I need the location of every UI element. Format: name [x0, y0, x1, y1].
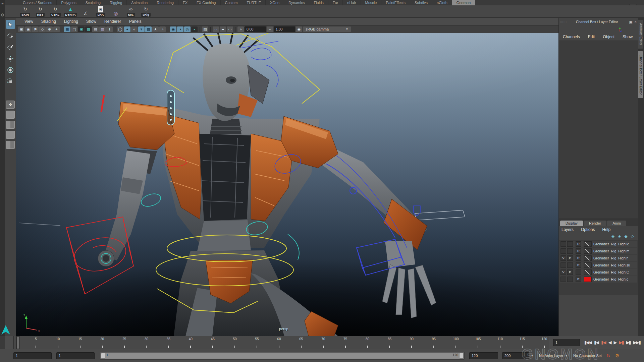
move-tool[interactable] [6, 54, 15, 63]
image-plane-icon[interactable]: ◇ [39, 26, 46, 32]
layer-color-swatch[interactable] [584, 248, 592, 254]
layer-color-swatch[interactable] [584, 255, 592, 261]
step-back-frame-button[interactable]: ▮◀ [593, 336, 599, 349]
layer-tab-anim[interactable]: Anim [607, 221, 626, 226]
shelf-tab-fx-caching[interactable]: FX Caching [192, 0, 220, 5]
character-set-dropdown[interactable]: No Character Set [573, 354, 602, 358]
isolate-select-icon[interactable]: ◉ [170, 26, 176, 32]
layer-row[interactable]: RGrenadier_Rig_High:m [559, 248, 637, 254]
shelf-button-ctrl[interactable]: ↻CTRL [49, 6, 62, 17]
panel-menu-view[interactable]: View [21, 19, 37, 24]
current-frame-field[interactable]: 1 [553, 339, 580, 346]
range-end-handle[interactable] [459, 353, 464, 359]
drag-handle-icon[interactable]: ∷∷∷ [560, 20, 567, 23]
marquee-select-icon[interactable]: ▧ [202, 26, 208, 32]
auto-keyframe-icon[interactable]: ↻ [606, 353, 610, 358]
view-transform-icon[interactable]: ◉ [296, 26, 302, 32]
layer-name[interactable]: Grenadier_Rig_High:lc [593, 242, 629, 246]
rotate-tool[interactable] [6, 65, 15, 74]
layer-playback-toggle[interactable]: P [567, 269, 573, 275]
layer-color-swatch[interactable] [584, 241, 592, 247]
xray-joints-icon[interactable]: ◎ [184, 26, 191, 32]
layout-four-pane-button[interactable] [6, 111, 15, 119]
shelf-tab-dynamics[interactable]: Dynamics [284, 0, 309, 5]
layer-name[interactable]: Grenadier_Rig_High:m [593, 249, 629, 253]
layer-visibility-toggle[interactable] [560, 248, 566, 254]
safe-action-icon[interactable]: ▥ [99, 26, 106, 32]
lasso-tool[interactable] [6, 31, 15, 40]
range-start-handle[interactable] [101, 353, 105, 359]
gate-mask-icon[interactable]: ▩ [85, 26, 92, 32]
layer-playback-toggle[interactable] [567, 248, 573, 254]
panel-menu-renderer[interactable]: Renderer [101, 19, 125, 24]
layer-playback-toggle[interactable]: P [567, 255, 573, 261]
paint-select-tool[interactable] [6, 43, 15, 52]
playback-start-field[interactable]: 1 [13, 352, 52, 359]
shelf-tab-animation[interactable]: Animation [127, 0, 152, 5]
layer-name[interactable]: Grenadier_Rig_High:d [593, 277, 628, 281]
range-slider[interactable]: 1 120 [100, 352, 465, 360]
panel-menu-lighting[interactable]: Lighting [60, 19, 82, 24]
range-slider-track[interactable] [101, 353, 464, 359]
layout-two-pane-button[interactable] [6, 121, 15, 129]
shelf-button-joint-tool-icon[interactable]: ∠ [79, 10, 92, 17]
manipulator-icon[interactable] [617, 27, 623, 32]
go-to-start-button[interactable]: ▮◀◀ [583, 336, 592, 349]
textured-icon[interactable]: ◐ [131, 26, 138, 32]
motion-blur-icon[interactable]: ◔ [159, 26, 166, 32]
move-layer-up-icon[interactable]: ◈ [611, 234, 614, 239]
layer-color-swatch[interactable] [584, 277, 592, 282]
animation-end-field[interactable]: 200 [502, 352, 529, 359]
layer-visibility-toggle[interactable]: V [560, 269, 566, 275]
gamma-field[interactable]: 1.00 [274, 26, 295, 32]
exposure-field[interactable]: 0.00 [245, 26, 266, 32]
layer-visibility-toggle[interactable] [560, 277, 566, 282]
shelf-tab-fx[interactable]: FX [178, 0, 192, 5]
3d-viewport[interactable]: y x persp [16, 33, 558, 336]
shelf-button-set[interactable]: ∞Set. [124, 6, 138, 17]
layout-persp-outliner-button[interactable] [6, 131, 15, 139]
shadows-icon[interactable]: ▩ [145, 26, 152, 32]
layer-display-type-toggle[interactable]: R [576, 248, 581, 254]
shaded-icon[interactable]: ● [124, 26, 130, 32]
timeline-playhead[interactable] [16, 336, 19, 349]
step-forward-key-button[interactable]: ▶▮ [618, 336, 624, 349]
exposure-toggle-icon[interactable]: ▪ [191, 26, 198, 32]
wireframe-icon[interactable]: ◯ [117, 26, 123, 32]
frame-all-icon[interactable]: ▱ [213, 26, 219, 32]
layer-playback-toggle[interactable] [567, 277, 573, 282]
lock-camera-icon[interactable]: ◉ [25, 26, 32, 32]
grease-pencil-icon[interactable]: + [53, 26, 60, 32]
layer-color-swatch[interactable] [584, 262, 592, 268]
new-layer-from-selected-icon[interactable]: ◇ [631, 234, 634, 239]
frame-selection-icon[interactable]: ▰ [220, 26, 226, 32]
xray-icon[interactable]: ◑ [177, 26, 183, 32]
layer-display-type-toggle[interactable]: R [576, 262, 581, 268]
layer-name[interactable]: Grenadier_Rig_High:sk [593, 263, 630, 267]
go-to-end-button[interactable]: ▶▶▮ [632, 336, 641, 349]
panel-menu-shading[interactable]: Shading [38, 19, 60, 24]
layer-row[interactable]: VPRGrenadier_Rig_High:h [559, 255, 637, 261]
layer-visibility-toggle[interactable] [560, 241, 566, 247]
channel-box-menu-edit[interactable]: Edit [587, 35, 599, 39]
layer-row[interactable]: VPGrenadier_Rig_High:C [559, 269, 637, 276]
layout-single-pane-button[interactable]: ✥ [6, 101, 15, 109]
layer-color-swatch[interactable] [584, 269, 592, 275]
shelf-tab-fluids[interactable]: Fluids [309, 0, 328, 5]
shelf-tab-ncloth[interactable]: nCloth [432, 0, 452, 5]
animation-preferences-icon[interactable]: ⚙ [615, 353, 620, 358]
channel-box-menu-channels[interactable]: Channels [561, 35, 584, 39]
layer-display-type-toggle[interactable] [576, 269, 581, 275]
shelf-button-dynpa[interactable]: ▲DYNPA [64, 6, 77, 17]
channel-box-menu-show[interactable]: Show [621, 35, 637, 39]
side-tab-channel-box-layer-editor[interactable]: Channel Box / Layer Editor [638, 51, 643, 98]
play-backwards-button[interactable]: ◀ [607, 336, 612, 349]
layer-name[interactable]: Grenadier_Rig_High:C [593, 270, 629, 274]
step-forward-frame-button[interactable]: ▶▮ [625, 336, 632, 349]
shelf-button-srig[interactable]: ↻sRig [139, 6, 153, 17]
layer-row[interactable]: RGrenadier_Rig_High:lc [559, 241, 637, 247]
new-empty-layer-icon[interactable]: ◆ [625, 234, 628, 239]
layer-menu-layers[interactable]: Layers [561, 227, 574, 232]
shelf-tab-xgen[interactable]: XGen [266, 0, 284, 5]
film-gate-icon[interactable]: ▢ [71, 26, 77, 32]
